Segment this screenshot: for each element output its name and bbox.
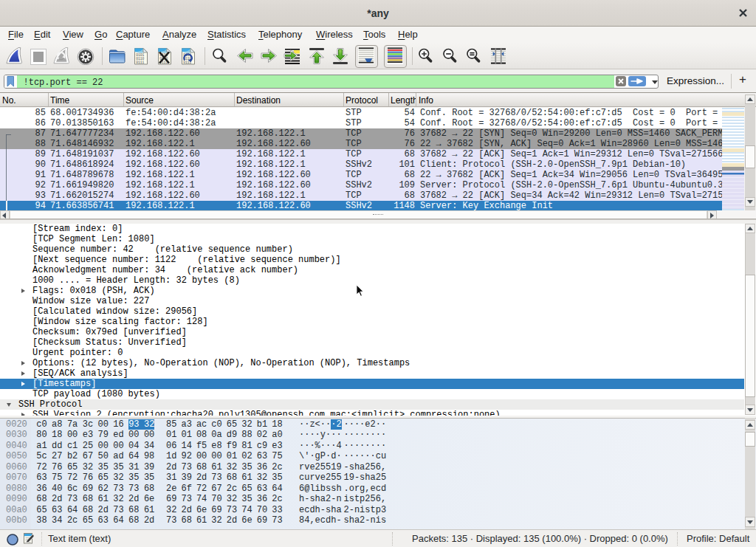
svg-text:0111: 0111	[136, 61, 144, 64]
